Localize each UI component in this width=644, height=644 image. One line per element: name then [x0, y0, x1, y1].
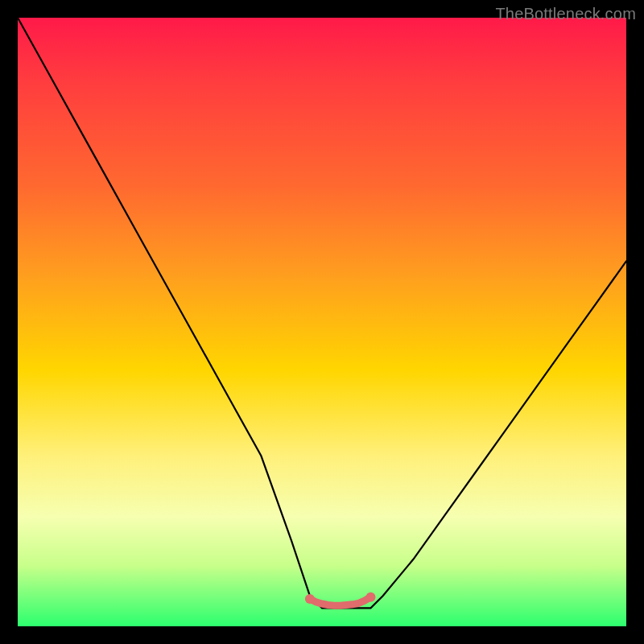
chart-frame: TheBottleneck.com: [0, 0, 644, 644]
bottleneck-curve: [18, 18, 626, 608]
valley-marker-dot: [305, 594, 315, 604]
chart-svg: [18, 18, 626, 626]
valley-marker: [310, 597, 371, 606]
watermark-text: TheBottleneck.com: [495, 5, 636, 23]
valley-marker-dot: [366, 592, 376, 602]
chart-plot-area: [18, 18, 626, 626]
